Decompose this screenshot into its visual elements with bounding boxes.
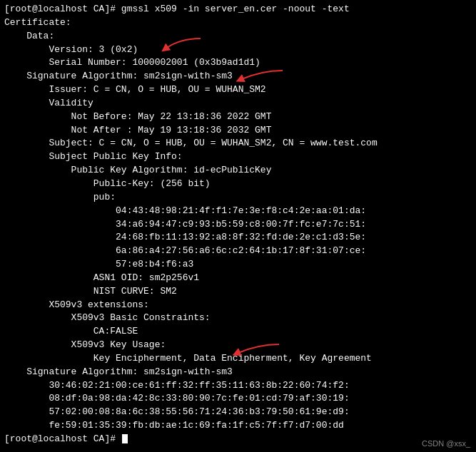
cert-line-14: 04:43:48:98:21:4f:f1:7e:3e:f8:c4:2e:aa:0… bbox=[4, 205, 472, 218]
cert-line-19: ASN1 OID: sm2p256v1 bbox=[4, 272, 472, 285]
cert-line-13: pub: bbox=[4, 191, 472, 205]
final-prompt[interactable]: [root@localhost CA]# bbox=[4, 433, 472, 446]
cert-line-8: Not After : May 19 13:18:36 2032 GMT bbox=[4, 124, 472, 138]
cert-line-5: Issuer: C = CN, O = HUB, OU = WUHAN_SM2 bbox=[4, 83, 472, 97]
cert-line-26: Signature Algorithm: sm2sign-with-sm3 bbox=[4, 366, 472, 379]
cert-line-21: X509v3 extensions: bbox=[4, 299, 472, 312]
cert-line-15: 34:a6:94:47:c9:93:b5:59:c8:00:7f:fc:e7:7… bbox=[4, 218, 472, 232]
cert-line-1: Data: bbox=[4, 30, 472, 43]
watermark: CSDN @xsx_ bbox=[422, 439, 470, 448]
cert-line-12: Public-Key: (256 bit) bbox=[4, 178, 472, 191]
cert-line-9: Subject: C = CN, O = HUB, OU = WUHAN_SM2… bbox=[4, 137, 472, 150]
cert-line-17: 6a:86:a4:27:56:a6:6c:c2:64:1b:17:8f:31:0… bbox=[4, 245, 472, 258]
arrow-sig2 bbox=[229, 341, 286, 359]
cert-line-18: 57:e8:b4:f6:a3 bbox=[4, 258, 472, 272]
cert-line-2: Version: 3 (0x2) bbox=[4, 43, 472, 57]
terminal-window: [root@localhost CA]# gmssl x509 -in serv… bbox=[0, 0, 476, 452]
prompt: [root@localhost CA]# bbox=[4, 4, 121, 14]
cert-line-7: Not Before: May 22 13:18:36 2022 GMT bbox=[4, 111, 472, 124]
command-line: [root@localhost CA]# gmssl x509 -in serv… bbox=[4, 3, 472, 16]
arrow-sig1 bbox=[233, 67, 290, 86]
cert-line-10: Subject Public Key Info: bbox=[4, 150, 472, 164]
cert-line-20: NIST CURVE: SM2 bbox=[4, 285, 472, 299]
cert-line-28: 08:df:0a:98:da:42:8c:33:80:90:7c:fe:01:c… bbox=[4, 392, 472, 406]
command: gmssl x509 -in server_en.cer -noout -tex… bbox=[121, 4, 350, 14]
cert-line-22: X509v3 Basic Constraints: bbox=[4, 312, 472, 325]
cert-line-23: CA:FALSE bbox=[4, 325, 472, 339]
cert-line-16: 24:68:fb:11:13:92:a8:8f:32:fd:de:2e:c1:d… bbox=[4, 231, 472, 245]
cert-line-27: 30:46:02:21:00:ce:61:ff:32:ff:35:11:63:8… bbox=[4, 379, 472, 393]
cert-line-11: Public Key Algorithm: id-ecPublicKey bbox=[4, 164, 472, 178]
cert-line-30: fe:59:01:35:39:fb:db:ae:1c:69:fa:1f:c5:7… bbox=[4, 419, 472, 433]
arrow-version bbox=[158, 35, 208, 55]
cert-line-0: Certificate: bbox=[4, 16, 472, 30]
cert-line-6: Validity bbox=[4, 97, 472, 111]
cert-line-29: 57:02:00:08:8a:6c:38:55:56:71:24:36:b3:7… bbox=[4, 406, 472, 419]
